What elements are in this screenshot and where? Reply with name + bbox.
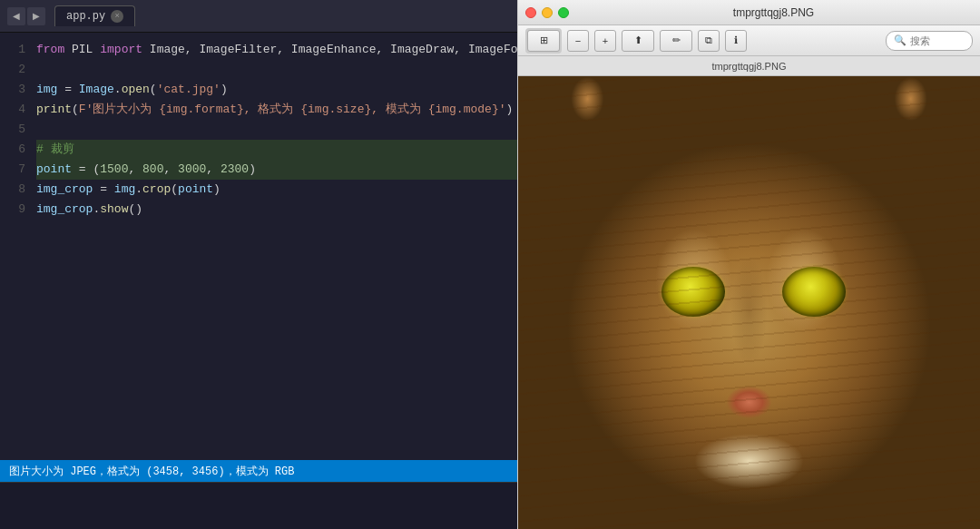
code-token: ( (171, 180, 178, 200)
viewer-title: tmprgttqgj8.PNG (574, 6, 973, 19)
code-line-7: point = (1500, 800, 3000, 2300) (36, 160, 517, 180)
code-token: crop (142, 180, 171, 200)
code-token: ) (213, 180, 220, 200)
code-line-2 (36, 60, 517, 80)
tab-label: app.py (66, 10, 105, 23)
code-token: point (36, 160, 72, 180)
code-line-5 (36, 120, 517, 140)
code-token: 'cat.jpg' (157, 80, 220, 100)
code-token: 1500 (100, 160, 128, 180)
code-token: show (100, 200, 128, 220)
traffic-light-close[interactable] (525, 7, 536, 18)
code-line-9: img_crop.show() (36, 200, 517, 220)
code-token: 800 (142, 160, 163, 180)
code-token: from (36, 40, 72, 60)
code-token: ( (72, 100, 79, 120)
line-numbers: 1 2 3 4 5 6 7 8 9 (0, 33, 33, 460)
copy-button[interactable]: ⧉ (698, 30, 720, 52)
code-token: 2300 (220, 160, 249, 180)
share-button[interactable]: ⬆ (622, 30, 654, 52)
code-token: = (93, 180, 113, 200)
code-token: F'图片大小为 {img.format}, 格式为 {img.size}, 模式… (79, 100, 506, 120)
viewer-search[interactable]: 🔍 (886, 31, 973, 51)
terminal-area (0, 482, 517, 529)
code-token: point (178, 180, 213, 200)
code-content[interactable]: from PIL import Image, ImageFilter, Imag… (33, 33, 517, 460)
code-token: img (36, 80, 57, 100)
info-button[interactable]: ℹ (725, 30, 747, 52)
traffic-light-minimize[interactable] (542, 7, 553, 18)
image-viewer: tmprgttqgj8.PNG ⊞ − + ⬆ ✏ ⧉ ℹ 🔍 tmprgttq… (517, 0, 980, 529)
nav-forward-button[interactable]: ▶ (27, 7, 45, 25)
cat-image (518, 76, 980, 529)
status-bar: 图片大小为 JPEG，格式为 (3458, 3456)，模式为 RGB (0, 460, 517, 482)
status-text: 图片大小为 JPEG，格式为 (3458, 3456)，模式为 RGB (9, 464, 294, 479)
code-token: ( (150, 80, 157, 100)
code-token: = ( (72, 160, 100, 180)
code-token: ) (220, 80, 228, 100)
editor-tab-bar: ◀ ▶ app.py × (0, 0, 517, 33)
code-line-3: img = Image.open('cat.jpg') (36, 80, 517, 100)
zoom-out-button[interactable]: − (567, 30, 589, 52)
code-token: , (206, 160, 220, 180)
code-area: 1 2 3 4 5 6 7 8 9 from PIL import Image,… (0, 33, 517, 460)
edit-button[interactable]: ✏ (660, 30, 692, 52)
image-container (518, 76, 980, 529)
code-token: ) (505, 100, 513, 120)
code-token: () (128, 200, 142, 220)
viewer-filename-bar: tmprgttqgj8.PNG (518, 56, 980, 76)
sidebar-toggle-button[interactable]: ⊞ (527, 30, 560, 52)
code-token: , (163, 160, 178, 180)
cat-overlay (518, 76, 980, 529)
code-line-1: from PIL import Image, ImageFilter, Imag… (36, 40, 517, 60)
code-token: = (57, 80, 78, 100)
code-token: img (114, 180, 135, 200)
viewer-toolbar: ⊞ − + ⬆ ✏ ⧉ ℹ 🔍 (518, 25, 980, 56)
code-token: , (128, 160, 142, 180)
code-line-8: img_crop = img.crop(point) (36, 180, 517, 200)
code-token: . (135, 180, 142, 200)
code-token: . (114, 80, 122, 100)
nav-back-button[interactable]: ◀ (7, 7, 25, 25)
viewer-filename: tmprgttqgj8.PNG (712, 61, 787, 72)
viewer-titlebar: tmprgttqgj8.PNG (518, 0, 980, 25)
code-token: open (122, 80, 150, 100)
traffic-light-maximize[interactable] (558, 7, 569, 18)
code-token: PIL (72, 40, 100, 60)
code-line-4: print(F'图片大小为 {img.format}, 格式为 {img.siz… (36, 100, 517, 120)
tab-close-button[interactable]: × (111, 10, 123, 23)
code-token: print (36, 100, 72, 120)
code-token: ) (249, 160, 256, 180)
zoom-in-button[interactable]: + (594, 30, 616, 52)
code-line-6: # 裁剪 (36, 140, 517, 160)
editor-nav-arrows: ◀ ▶ (7, 7, 45, 25)
code-token: # 裁剪 (36, 140, 74, 160)
editor-panel: ◀ ▶ app.py × 1 2 3 4 5 6 7 8 9 from PIL … (0, 0, 517, 529)
code-token: . (93, 200, 100, 220)
code-token: Image (79, 80, 114, 100)
code-token: 3000 (178, 160, 206, 180)
sidebar-toggle-group: ⊞ (525, 28, 562, 54)
code-token: img_crop (36, 180, 93, 200)
editor-tab-app-py[interactable]: app.py × (54, 5, 135, 26)
search-icon: 🔍 (894, 34, 906, 46)
code-token: img_crop (36, 200, 93, 220)
search-input[interactable] (910, 35, 965, 46)
code-token: import (100, 40, 150, 60)
code-token: Image, ImageFilter, ImageEnhance, ImageD… (150, 40, 517, 60)
